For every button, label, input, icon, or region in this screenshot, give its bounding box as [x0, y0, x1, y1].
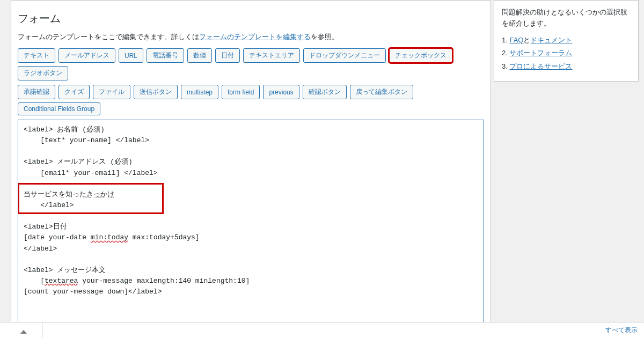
collapse-chevron-icon[interactable]	[20, 330, 27, 334]
help-link[interactable]: プロによるサービス	[509, 62, 572, 70]
form-section-desc: フォームのテンプレートをここで編集できます。詳しくはフォームのテンプレートを編集…	[18, 32, 484, 42]
tag-btn-form field[interactable]: form field	[222, 85, 260, 99]
tag-btn-テキスト[interactable]: テキスト	[18, 48, 55, 63]
footer-divider	[42, 322, 42, 338]
help-item: 1. FAQとドキュメント	[502, 35, 631, 46]
desc-link[interactable]: フォームのテンプレートを編集する	[199, 33, 311, 41]
highlight-box-label	[18, 183, 164, 214]
tag-btn-確認ボタン[interactable]: 確認ボタン	[303, 85, 347, 99]
footer-bar: すべて表示	[0, 322, 644, 338]
tag-btn-メールアドレス[interactable]: メールアドレス	[58, 48, 115, 63]
tag-btn-previous[interactable]: previous	[263, 85, 299, 99]
form-section-title: フォーム	[18, 11, 484, 26]
tag-btn-ラジオボタン[interactable]: ラジオボタン	[18, 66, 68, 80]
tag-buttons-row-2: 承諾確認クイズファイル送信ボタンmultistepform fieldprevi…	[18, 85, 484, 115]
help-intro: 問題解決の助けとなるいくつかの選択肢を紹介します。	[502, 7, 631, 30]
tag-buttons-row-1: テキストメールアドレスURL電話番号数値日付テキストエリアドロップダウンメニュー…	[18, 48, 484, 80]
tag-btn-送信ボタン[interactable]: 送信ボタン	[134, 85, 178, 99]
tag-btn-承諾確認[interactable]: 承諾確認	[18, 85, 55, 99]
help-link[interactable]: FAQ	[509, 36, 523, 44]
tag-btn-チェックボックス[interactable]: チェックボックス	[389, 48, 452, 63]
tag-btn-Conditional Fields Group[interactable]: Conditional Fields Group	[18, 102, 100, 115]
help-item: 2. サポートフォーラム	[502, 48, 631, 59]
help-link-list: 1. FAQとドキュメント2. サポートフォーラム3. プロによるサービス	[502, 35, 631, 72]
form-template-editor[interactable]: <label> お名前 (必須) [text* your-name] </lab…	[18, 120, 484, 338]
desc-text-pre: フォームのテンプレートをここで編集できます。詳しくは	[18, 33, 199, 41]
footer-show-all[interactable]: すべて表示	[605, 326, 638, 335]
tag-btn-ファイル[interactable]: ファイル	[93, 85, 130, 99]
tag-btn-テキストエリア[interactable]: テキストエリア	[243, 48, 300, 63]
tag-btn-URL[interactable]: URL	[119, 48, 143, 63]
desc-text-post: を参照。	[311, 33, 339, 41]
help-item: 3. プロによるサービス	[502, 61, 631, 72]
tag-btn-ドロップダウンメニュー[interactable]: ドロップダウンメニュー	[303, 48, 386, 63]
help-link[interactable]: ドキュメント	[530, 36, 572, 44]
tag-btn-multistep[interactable]: multistep	[181, 85, 218, 99]
tag-btn-日付[interactable]: 日付	[215, 48, 240, 63]
tag-btn-電話番号[interactable]: 電話番号	[147, 48, 184, 63]
tag-btn-数値[interactable]: 数値	[187, 48, 212, 63]
tag-btn-戻って編集ボタン[interactable]: 戻って編集ボタン	[350, 85, 413, 99]
help-link[interactable]: サポートフォーラム	[509, 49, 572, 57]
help-box: お困りですか？ 問題解決の助けとなるいくつかの選択肢を紹介します。 1. FAQ…	[494, 0, 639, 82]
tag-btn-クイズ[interactable]: クイズ	[58, 85, 90, 99]
